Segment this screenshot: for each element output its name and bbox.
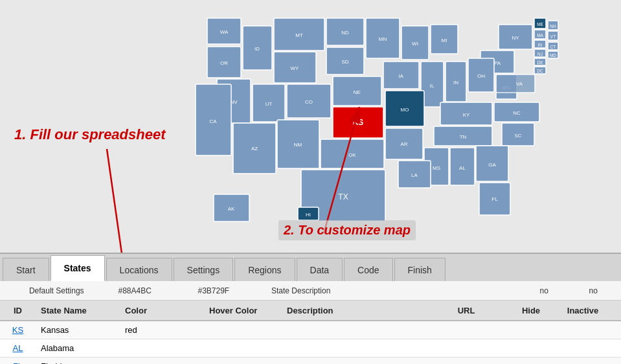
state-or[interactable] — [207, 47, 241, 78]
state-ct[interactable] — [548, 42, 558, 50]
row-hide-0 — [508, 328, 554, 332]
state-ny[interactable] — [499, 25, 532, 49]
header-url: URL — [424, 303, 508, 318]
row-id-0[interactable]: KS — [0, 323, 36, 337]
state-nd[interactable] — [326, 18, 364, 45]
row-hide-1 — [508, 347, 554, 350]
default-color: #88A4BC — [113, 284, 193, 298]
header-inactive: Inactive — [554, 303, 612, 318]
row-url-1 — [424, 347, 508, 350]
state-wy[interactable] — [274, 52, 316, 83]
row-name-0: Kansas — [36, 323, 120, 337]
map-area: WA OR ID MT ND SD MN — [0, 0, 621, 253]
row-hover-0 — [204, 328, 282, 332]
table-row: AL Alabama — [0, 339, 621, 358]
state-tn[interactable] — [434, 126, 492, 146]
state-va[interactable] — [496, 74, 535, 93]
state-dc[interactable] — [534, 67, 546, 74]
default-label: Default Settings — [0, 284, 113, 298]
state-al[interactable] — [450, 148, 475, 185]
tab-code[interactable]: Code — [344, 258, 392, 281]
tab-data[interactable]: Data — [297, 258, 343, 281]
state-sc[interactable] — [502, 123, 534, 146]
state-nc[interactable] — [494, 102, 539, 122]
state-ok[interactable] — [321, 139, 384, 168]
state-nj[interactable] — [534, 49, 546, 57]
row-name-1: Alabama — [36, 341, 120, 355]
tab-regions[interactable]: Regions — [234, 258, 295, 281]
header-description: Description — [282, 303, 424, 318]
state-ks[interactable] — [333, 107, 383, 138]
state-ne[interactable] — [333, 76, 381, 106]
default-hide: no — [523, 284, 566, 298]
state-mt[interactable] — [274, 18, 324, 51]
header-hover-color: Hover Color — [204, 303, 282, 318]
state-mo[interactable] — [385, 91, 424, 126]
state-wa[interactable] — [207, 18, 241, 44]
row-id-1[interactable]: AL — [0, 341, 36, 355]
state-in[interactable] — [446, 62, 466, 102]
state-ut[interactable] — [253, 84, 285, 122]
state-vt[interactable] — [548, 31, 558, 40]
us-map-svg: WA OR ID MT ND SD MN — [181, 6, 583, 227]
default-description: State Description — [266, 284, 443, 298]
default-inactive: no — [566, 284, 621, 298]
state-mi[interactable] — [431, 25, 458, 54]
state-ga[interactable] — [476, 146, 508, 181]
state-ri[interactable] — [534, 40, 546, 48]
state-mn[interactable] — [366, 18, 400, 58]
state-ky[interactable] — [440, 102, 492, 125]
header-state-name: State Name — [36, 303, 120, 318]
default-settings-row: Default Settings #88A4BC #3B729F State D… — [0, 281, 621, 301]
tab-start[interactable]: Start — [3, 258, 49, 281]
table-header: ID State Name Color Hover Color Descript… — [0, 301, 621, 321]
state-id[interactable] — [243, 26, 272, 70]
row-inactive-0 — [554, 328, 612, 332]
state-oh[interactable] — [468, 58, 494, 92]
state-ca[interactable] — [196, 84, 231, 155]
header-color: Color — [120, 303, 204, 318]
state-nh[interactable] — [548, 21, 558, 30]
header-id: ID — [0, 303, 36, 318]
row-hover-1 — [204, 347, 282, 350]
tab-states[interactable]: States — [51, 255, 105, 281]
state-wi[interactable] — [401, 26, 429, 60]
state-me[interactable] — [534, 18, 546, 28]
row-desc-1 — [282, 347, 424, 350]
tab-finish[interactable]: Finish — [394, 258, 446, 281]
state-ar[interactable] — [385, 128, 423, 159]
map-svg-container: WA OR ID MT ND SD MN — [181, 6, 621, 240]
state-nm[interactable] — [277, 120, 319, 168]
default-hover-color: #3B729F — [192, 284, 266, 298]
row-desc-0 — [282, 328, 424, 332]
state-ma[interactable] — [534, 30, 546, 39]
row-color-0: red — [120, 323, 204, 337]
tab-locations[interactable]: Locations — [106, 258, 172, 281]
table-area: Default Settings #88A4BC #3B729F State D… — [0, 281, 621, 364]
table-row: KS Kansas red — [0, 321, 621, 339]
annotation-step2: 2. To customize map — [278, 220, 416, 240]
row-inactive-1 — [554, 347, 612, 350]
annotation-step1: 1. Fill our spreadsheet — [14, 126, 166, 143]
row-name-2: Florida — [36, 359, 120, 364]
tabs-container: Start States Locations Settings Regions … — [0, 253, 621, 281]
state-ia[interactable] — [383, 62, 419, 89]
table-row: FL Florida — [0, 358, 621, 364]
default-url — [443, 288, 523, 293]
svg-line-53 — [107, 149, 130, 253]
main-container: WA OR ID MT ND SD MN — [0, 0, 621, 364]
row-color-1 — [120, 347, 204, 350]
state-co[interactable] — [287, 84, 331, 118]
row-url-0 — [424, 328, 508, 332]
state-ak[interactable] — [214, 194, 249, 222]
state-md[interactable] — [548, 51, 558, 58]
row-id-2[interactable]: FL — [0, 359, 36, 364]
state-de[interactable] — [534, 58, 546, 65]
state-az[interactable] — [233, 123, 276, 174]
state-la[interactable] — [398, 161, 431, 188]
state-fl[interactable] — [479, 183, 510, 215]
state-hi[interactable] — [298, 207, 319, 220]
state-sd[interactable] — [326, 47, 364, 74]
tab-settings[interactable]: Settings — [174, 258, 234, 281]
header-hide: Hide — [508, 303, 554, 318]
